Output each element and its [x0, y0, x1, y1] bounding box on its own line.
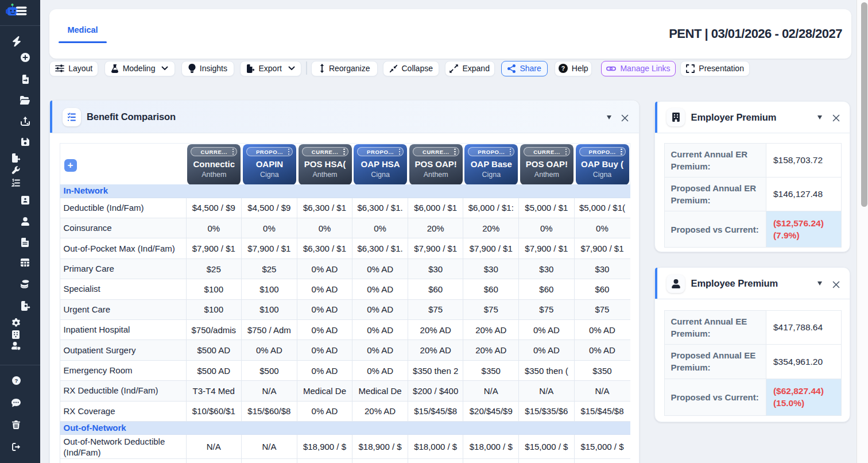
svg-text:?: ?: [561, 65, 565, 72]
svg-text:?: ?: [14, 377, 18, 384]
